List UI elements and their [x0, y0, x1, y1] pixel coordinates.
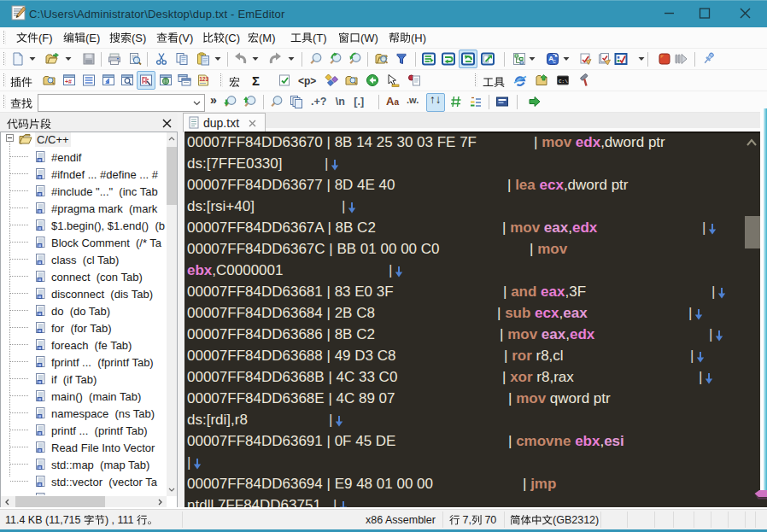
svg-text:+#: +#	[65, 79, 72, 85]
svg-text:123: 123	[199, 76, 208, 82]
svg-text:c: c	[553, 58, 556, 64]
svg-text:C:\.: C:\.	[559, 79, 570, 85]
